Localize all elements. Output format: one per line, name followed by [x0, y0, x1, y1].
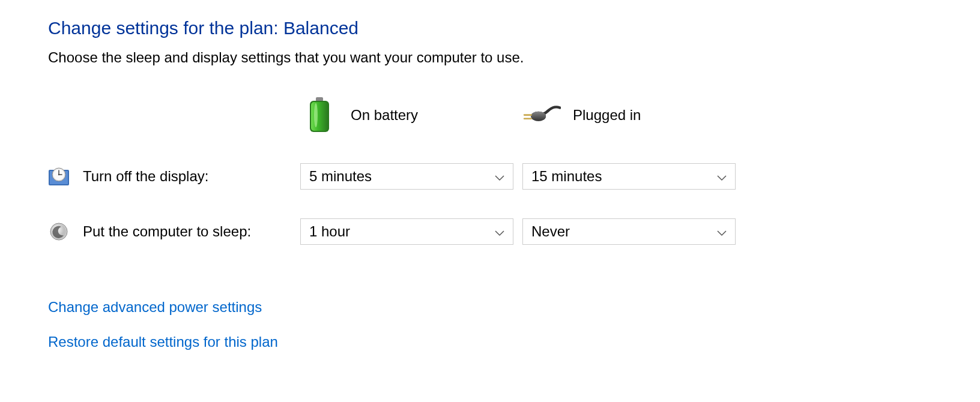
row-label-display: Turn off the display:	[48, 166, 300, 187]
advanced-power-settings-link[interactable]: Change advanced power settings	[48, 299, 932, 316]
svg-point-5	[531, 112, 546, 121]
sleep-plugged-select[interactable]: Never	[522, 218, 736, 245]
svg-rect-2	[311, 102, 328, 131]
svg-rect-7	[524, 118, 532, 119]
column-header-battery-label: On battery	[351, 107, 418, 124]
chevron-down-icon	[495, 168, 504, 185]
svg-rect-6	[524, 114, 532, 116]
display-battery-select[interactable]: 5 minutes	[300, 163, 513, 190]
display-battery-value: 5 minutes	[309, 168, 372, 185]
display-timer-icon	[48, 166, 70, 187]
restore-defaults-link[interactable]: Restore default settings for this plan	[48, 334, 932, 350]
settings-grid: On battery Plugged in	[48, 96, 932, 245]
sleep-moon-icon	[48, 221, 70, 242]
sleep-battery-select[interactable]: 1 hour	[300, 218, 513, 245]
sleep-battery-value: 1 hour	[309, 223, 350, 240]
column-header-plugged: Plugged in	[522, 96, 745, 134]
chevron-down-icon	[717, 168, 727, 185]
chevron-down-icon	[717, 223, 727, 240]
chevron-down-icon	[495, 223, 504, 240]
page-subtitle: Choose the sleep and display settings th…	[48, 49, 932, 66]
row-label-display-text: Turn off the display:	[83, 168, 208, 185]
column-header-plugged-label: Plugged in	[573, 107, 641, 124]
plug-icon	[522, 96, 561, 134]
display-plugged-select[interactable]: 15 minutes	[522, 163, 736, 190]
battery-icon	[300, 96, 339, 134]
display-plugged-value: 15 minutes	[531, 168, 602, 185]
sleep-plugged-value: Never	[531, 223, 570, 240]
svg-rect-0	[316, 97, 323, 101]
column-header-battery: On battery	[300, 96, 522, 134]
svg-point-14	[58, 174, 59, 175]
svg-point-3	[314, 103, 318, 127]
links-section: Change advanced power settings Restore d…	[48, 299, 932, 350]
row-label-sleep: Put the computer to sleep:	[48, 221, 300, 242]
row-label-sleep-text: Put the computer to sleep:	[83, 223, 251, 240]
page-title: Change settings for the plan: Balanced	[48, 18, 932, 38]
